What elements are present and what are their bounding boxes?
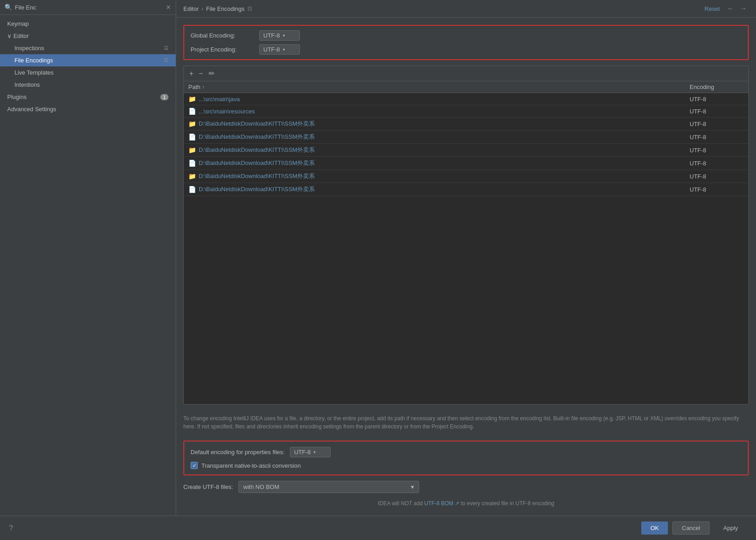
file-icon: 📄: [188, 108, 196, 115]
settings-dialog: 🔍 ✕ Keymap ∨ Editor Inspections ☰ File E…: [0, 0, 756, 540]
row-encoding: UTF-8: [690, 121, 744, 127]
reset-button[interactable]: Reset: [705, 5, 720, 12]
project-encoding-row: Project Encoding: UTF-8 ▾: [191, 44, 742, 55]
row-encoding: UTF-8: [690, 147, 744, 154]
remove-button[interactable]: −: [198, 69, 204, 79]
transparent-conversion-checkbox[interactable]: ✓: [191, 462, 198, 469]
cancel-button[interactable]: Cancel: [672, 521, 709, 535]
file-icon: 📄: [188, 133, 196, 141]
project-encoding-select[interactable]: UTF-8 ▾: [259, 44, 300, 55]
table-row[interactable]: 📁 ...\src\main\java UTF-8: [184, 93, 748, 105]
breadcrumb: Editor › File Encodings ⊡: [183, 5, 252, 12]
sidebar-item-advanced-settings[interactable]: Advanced Settings: [0, 103, 176, 115]
search-input[interactable]: [15, 4, 163, 11]
chevron-down-icon: ▾: [313, 450, 316, 455]
sort-arrow-icon: ↑: [202, 85, 205, 89]
sidebar-item-label: Advanced Settings: [7, 106, 56, 113]
row-path: ...\src\main\java: [199, 96, 690, 103]
sidebar-item-live-templates[interactable]: Live Templates: [0, 66, 176, 79]
project-encoding-label: Project Encoding:: [191, 46, 254, 53]
main-content: Editor › File Encodings ⊡ Reset ← →: [176, 0, 756, 516]
create-utf8-select[interactable]: with NO BOM ▾: [238, 481, 419, 493]
sidebar-item-label: Inspections: [14, 45, 44, 52]
row-encoding: UTF-8: [690, 186, 744, 193]
breadcrumb-separator: ›: [201, 5, 203, 12]
help-icon[interactable]: ?: [9, 524, 13, 532]
sidebar-item-editor[interactable]: ∨ Editor: [0, 30, 176, 42]
table-row[interactable]: 📁 D:\BaiduNetdiskDownload\KITTI\SSM外卖系 U…: [184, 117, 748, 131]
settings-icon: ⊡: [247, 5, 252, 12]
info-text: IDEA will NOT add UTF-8 BOM ↗ to every c…: [183, 498, 749, 508]
apply-button[interactable]: Apply: [714, 521, 747, 535]
bottom-settings-box: Default encoding for properties files: U…: [183, 441, 749, 475]
sidebar-item-keymap[interactable]: Keymap: [0, 18, 176, 30]
forward-arrow[interactable]: →: [738, 4, 749, 14]
folder-icon: 📁: [188, 95, 196, 103]
file-icon: 📄: [188, 186, 196, 193]
table-row[interactable]: 📁 D:\BaiduNetdiskDownload\KITTI\SSM外卖系 U…: [184, 144, 748, 157]
sidebar-item-intentions[interactable]: Intentions: [0, 79, 176, 91]
sidebar-item-plugins[interactable]: Plugins 1: [0, 91, 176, 103]
table-row[interactable]: 📁 D:\BaiduNetdiskDownload\KITTI\SSM外卖系 U…: [184, 170, 748, 183]
encoding-settings-box: Global Encoding: UTF-8 ▾ Project Encodin…: [183, 25, 749, 60]
search-icon: 🔍: [5, 4, 12, 11]
sidebar-item-file-encodings[interactable]: File Encodings ☰: [0, 54, 176, 66]
utf8-bom-link[interactable]: UTF-8 BOM ↗: [424, 500, 459, 507]
table-toolbar: + − ✏: [184, 66, 748, 81]
edit-button[interactable]: ✏: [208, 68, 215, 79]
footer-buttons: OK Cancel Apply: [641, 521, 747, 535]
row-path: D:\BaiduNetdiskDownload\KITTI\SSM外卖系: [199, 133, 690, 141]
row-encoding: UTF-8: [690, 173, 744, 180]
add-button[interactable]: +: [188, 69, 194, 79]
close-icon[interactable]: ✕: [166, 4, 171, 11]
global-encoding-row: Global Encoding: UTF-8 ▾: [191, 30, 742, 41]
breadcrumb-actions: Reset ← →: [705, 4, 749, 14]
transparent-conversion-label: Transparent native-to-ascii conversion: [201, 462, 301, 469]
row-encoding: UTF-8: [690, 134, 744, 141]
row-encoding: UTF-8: [690, 108, 744, 115]
global-encoding-select[interactable]: UTF-8 ▾: [259, 30, 300, 41]
sidebar-nav: Keymap ∨ Editor Inspections ☰ File Encod…: [0, 15, 176, 516]
default-encoding-row: Default encoding for properties files: U…: [191, 447, 742, 457]
global-encoding-label: Global Encoding:: [191, 32, 254, 39]
row-encoding: UTF-8: [690, 160, 744, 167]
ok-button[interactable]: OK: [641, 521, 668, 535]
search-bar: 🔍 ✕: [0, 0, 176, 15]
list-icon: ☰: [164, 57, 168, 63]
folder-icon: 📁: [188, 146, 196, 154]
sidebar-item-label: Intentions: [14, 81, 40, 88]
path-column-header[interactable]: Path ↑: [188, 84, 690, 90]
row-path: D:\BaiduNetdiskDownload\KITTI\SSM外卖系: [199, 185, 690, 193]
path-encoding-table: + − ✏ Path ↑ Encoding 📁: [183, 66, 749, 404]
chevron-down-icon: ▾: [283, 33, 285, 38]
default-encoding-label: Default encoding for properties files:: [191, 449, 285, 455]
dialog-footer: ? OK Cancel Apply: [0, 516, 756, 540]
row-path: D:\BaiduNetdiskDownload\KITTI\SSM外卖系: [199, 120, 690, 128]
default-encoding-value: UTF-8: [294, 449, 311, 455]
sidebar-item-label: Keymap: [7, 20, 29, 27]
list-icon: ☰: [164, 45, 168, 51]
chevron-down-icon: ▾: [283, 47, 285, 52]
table-row[interactable]: 📄 ...\src\main\resources UTF-8: [184, 105, 748, 117]
sidebar-item-label: File Encodings: [14, 57, 53, 64]
breadcrumb-editor: Editor: [183, 5, 199, 12]
row-path: D:\BaiduNetdiskDownload\KITTI\SSM外卖系: [199, 146, 690, 154]
folder-icon: 📁: [188, 120, 196, 127]
folder-icon: 📁: [188, 173, 196, 180]
table-row[interactable]: 📄 D:\BaiduNetdiskDownload\KITTI\SSM外卖系 U…: [184, 157, 748, 170]
row-path: D:\BaiduNetdiskDownload\KITTI\SSM外卖系: [199, 159, 690, 167]
create-utf8-value: with NO BOM: [243, 484, 279, 490]
global-encoding-value: UTF-8: [263, 32, 280, 39]
create-utf8-row: Create UTF-8 files: with NO BOM ▾: [183, 481, 749, 493]
plugins-badge: 1: [160, 94, 168, 100]
default-encoding-select[interactable]: UTF-8 ▾: [290, 447, 331, 457]
table-row[interactable]: 📄 D:\BaiduNetdiskDownload\KITTI\SSM外卖系 U…: [184, 131, 748, 144]
sidebar-item-inspections[interactable]: Inspections ☰: [0, 42, 176, 54]
sidebar-item-label: ∨ Editor: [7, 33, 29, 39]
sidebar-item-label: Plugins: [7, 94, 27, 100]
breadcrumb-bar: Editor › File Encodings ⊡ Reset ← →: [176, 0, 756, 18]
table-row[interactable]: 📄 D:\BaiduNetdiskDownload\KITTI\SSM外卖系 U…: [184, 183, 748, 196]
row-encoding: UTF-8: [690, 96, 744, 103]
row-path: ...\src\main\resources: [199, 108, 690, 115]
back-arrow[interactable]: ←: [725, 4, 736, 14]
